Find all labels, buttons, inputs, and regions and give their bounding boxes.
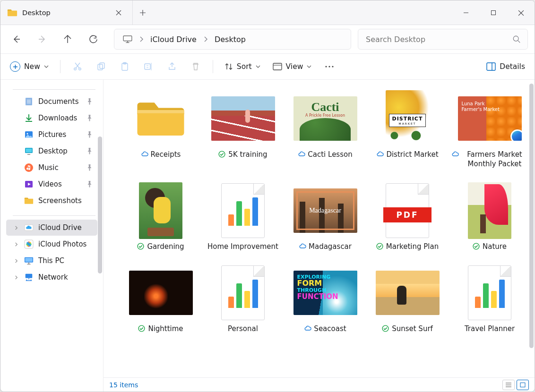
sidebar-item-screenshots[interactable]: Screenshots [6, 193, 97, 209]
image-thumbnail: DISTRICTMARKET [386, 90, 429, 147]
explorer-window: Desktop iCloud Drive Desktop [0, 0, 535, 392]
sidebar-item-desktop[interactable]: Desktop [6, 143, 97, 159]
sidebar-item-network[interactable]: Network [6, 269, 97, 285]
synced-status-icon [376, 243, 384, 250]
svg-point-11 [326, 66, 327, 67]
expand-chevron[interactable] [13, 242, 19, 247]
file-grid[interactable]: Receipts5K trainingCactiA Prickle Free L… [104, 80, 535, 377]
file-item[interactable]: Nighttime [121, 264, 201, 333]
chevron-right-icon [203, 36, 208, 42]
file-item[interactable]: Gardening [121, 182, 201, 251]
file-item[interactable]: Home Improvement [203, 182, 283, 251]
sidebar-item-label: Screenshots [38, 196, 82, 205]
file-item[interactable]: 5K training [203, 90, 283, 169]
sidebar-item-this-pc[interactable]: This PC [6, 253, 97, 269]
file-item[interactable]: Nature [449, 182, 530, 251]
sidebar[interactable]: DocumentsDownloadsPicturesDesktopMusicVi… [0, 80, 104, 392]
window-close-button[interactable] [507, 0, 535, 25]
breadcrumb-item-1[interactable]: Desktop [211, 33, 250, 46]
refresh-button[interactable] [84, 30, 103, 49]
file-item[interactable]: Personal [203, 264, 283, 333]
breadcrumb-root[interactable] [119, 34, 136, 45]
sidebar-item-icloud-photos[interactable]: iCloud Photos [6, 236, 97, 252]
delete-button[interactable] [185, 57, 206, 76]
cloud-status-icon [298, 151, 305, 158]
file-item[interactable]: Travel Planner [449, 264, 530, 333]
tab-desktop[interactable]: Desktop [0, 0, 133, 25]
tab-close-button[interactable] [112, 6, 126, 20]
file-item[interactable]: CactiA Prickle Free LessonCacti Lesson [285, 90, 365, 169]
copy-button[interactable] [91, 57, 112, 76]
view-label: View [286, 62, 303, 71]
navbar: iCloud Drive Desktop [0, 25, 535, 53]
image-thumbnail: Madagascar [293, 188, 357, 233]
list-view-toggle[interactable] [502, 380, 515, 390]
sidebar-item-label: This PC [38, 256, 64, 265]
copy-icon [96, 62, 106, 71]
breadcrumb-item-0[interactable]: iCloud Drive [147, 33, 200, 46]
share-button[interactable] [162, 57, 182, 76]
sidebar-item-label: Network [38, 273, 68, 281]
paste-button[interactable] [114, 57, 135, 76]
sidebar-item-downloads[interactable]: Downloads [6, 110, 97, 126]
file-item[interactable]: DISTRICTMARKETDistrict Market [367, 90, 448, 169]
network-icon [24, 273, 34, 282]
file-item[interactable]: MadagascarMadagascar [285, 182, 365, 251]
sidebar-item-icloud-drive[interactable]: iCloud Drive [6, 220, 97, 236]
more-button[interactable] [319, 57, 340, 76]
minimize-button[interactable] [452, 0, 480, 25]
cloud-status-icon [451, 151, 459, 158]
cut-button[interactable] [67, 57, 88, 76]
file-item[interactable]: Receipts [121, 90, 201, 169]
back-button[interactable] [7, 30, 26, 49]
svg-rect-0 [492, 11, 496, 15]
view-button[interactable]: View [268, 57, 317, 76]
svg-rect-30 [26, 274, 33, 278]
file-item[interactable]: Sunset Surf [367, 264, 448, 333]
search-input[interactable] [365, 34, 508, 44]
sidebar-item-music[interactable]: Music [6, 160, 97, 176]
svg-point-17 [27, 133, 28, 135]
body: DocumentsDownloadsPicturesDesktopMusicVi… [0, 80, 535, 392]
svg-rect-37 [520, 383, 525, 387]
file-name: Gardening [147, 242, 184, 251]
breadcrumb[interactable]: iCloud Drive Desktop [114, 29, 351, 50]
sidebar-item-pictures[interactable]: Pictures [6, 127, 97, 143]
file-item[interactable]: Luna ParkFarmer's MarketFarmers Market M… [449, 90, 530, 169]
sort-button[interactable]: Sort [220, 57, 265, 76]
sidebar-item-documents[interactable]: Documents [6, 94, 97, 110]
new-tab-button[interactable] [136, 6, 150, 20]
item-count: 15 items [109, 381, 138, 389]
grid-view-toggle[interactable] [517, 380, 529, 390]
file-item[interactable]: EXPLORINGFORMTHROUGHFUNCTIONSeacoast [285, 264, 365, 333]
expand-chevron[interactable] [13, 258, 19, 264]
sidebar-item-label: Documents [38, 97, 79, 106]
pictures-icon [24, 130, 34, 139]
file-name: Home Improvement [207, 242, 278, 251]
file-name: Personal [228, 324, 258, 333]
file-name: Cacti Lesson [308, 150, 352, 159]
rename-button[interactable] [138, 57, 159, 76]
content-scrollbar[interactable] [528, 80, 535, 377]
up-button[interactable] [58, 30, 77, 49]
expand-chevron[interactable] [13, 275, 19, 280]
ellipsis-icon [325, 65, 334, 68]
sidebar-item-videos[interactable]: Videos [6, 176, 97, 192]
image-thumbnail [468, 182, 511, 239]
expand-chevron[interactable] [13, 225, 19, 230]
image-thumbnail [376, 271, 440, 315]
pin-icon [86, 131, 93, 138]
forward-button[interactable] [33, 30, 52, 49]
file-name: Farmers Market Monthly Packet [461, 150, 528, 169]
iphotos-icon [24, 239, 34, 249]
sidebar-scrollbar[interactable] [96, 80, 103, 392]
cloud-status-icon [376, 151, 384, 158]
file-item[interactable]: PDFMarketing Plan [367, 182, 448, 251]
maximize-button[interactable] [480, 0, 507, 25]
toolbar: New Sort View Details [0, 53, 535, 80]
new-button[interactable]: New [5, 57, 53, 76]
details-button[interactable]: Details [482, 57, 530, 76]
arrow-right-icon [37, 34, 47, 44]
cut-icon [73, 62, 82, 71]
search-box[interactable] [358, 29, 528, 50]
